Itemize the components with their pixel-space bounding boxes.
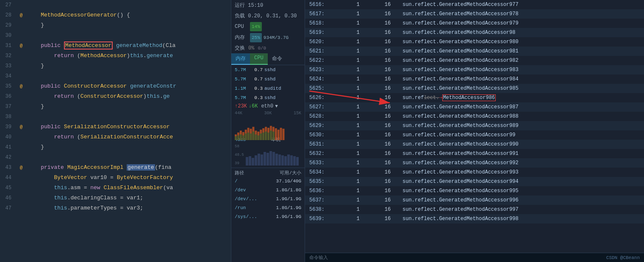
svg-rect-48 xyxy=(281,155,284,165)
code-line-32: 32 return (MethodAccessor)this.generate xyxy=(0,51,231,61)
code-line-30: 30 xyxy=(0,30,231,41)
disk-avail-header: 可用/大小 xyxy=(256,170,301,176)
svg-rect-18 xyxy=(280,128,282,140)
net-interface: eth0 xyxy=(261,103,273,109)
disk-separator xyxy=(231,168,305,168)
thread-row-5617: 5617: 1 16 sun.reflect.GeneratedMethodAc… xyxy=(305,9,644,19)
code-editor: 27 28 @ MethodAccessorGenerator() { 29 }… xyxy=(0,0,231,262)
thread-row-5633: 5633: 1 16 sun.reflect.GeneratedMethodAc… xyxy=(305,158,644,168)
svg-rect-23 xyxy=(242,135,244,140)
svg-rect-26 xyxy=(250,133,252,140)
cmd-input-label[interactable]: 命令输入 xyxy=(309,254,328,261)
thread-row-5630: 5630: 1 16 sun.reflect.GeneratedMethodAc… xyxy=(305,130,644,140)
process-row-1: 5.7M 0.7 sshd xyxy=(231,65,305,74)
swap-percent: 0% xyxy=(248,44,254,52)
latency-chart: 5848.539 xyxy=(231,143,305,167)
process-row-2: 5.7M 0.7 sshd xyxy=(231,74,305,84)
mem-value: 934M/3.7G xyxy=(264,33,289,42)
swap-row: 交换 0% 0/0 xyxy=(231,43,305,53)
cpu-row: CPU 14% xyxy=(231,21,305,32)
svg-rect-37 xyxy=(249,156,251,165)
system-monitor: 运行 15:10 负载 0.20, 0.31, 0.30 CPU 14% 内存 … xyxy=(231,0,305,262)
tab-cmd[interactable]: 命令 xyxy=(268,53,286,65)
thread-row-5627: 5627: 1 16 sun.reflect.GeneratedMethodAc… xyxy=(305,102,644,112)
code-line-31: 31 @ public MethodAccessor generateMetho… xyxy=(0,41,231,51)
disk-path-header: 路径 xyxy=(235,170,256,176)
svg-rect-22 xyxy=(240,135,242,140)
svg-rect-53 xyxy=(296,157,299,165)
code-line-37: 37 } xyxy=(0,102,231,112)
code-line-29: 29 } xyxy=(0,20,231,30)
code-line-28: 28 @ MethodAccessorGenerator() { xyxy=(0,10,231,20)
tab-cpu[interactable]: CPU xyxy=(250,53,268,65)
code-line-45: 45 this.asm = new ClassFileAssembler(va xyxy=(0,183,231,193)
thread-row-5635: 5635: 1 16 sun.reflect.GeneratedMethodAc… xyxy=(305,177,644,186)
thread-row-5637: 5637: 1 16 sun.reflect.GeneratedMethodAc… xyxy=(305,196,644,205)
thread-row-5631: 5631: 1 16 sun.reflect.GeneratedMethodAc… xyxy=(305,140,644,149)
author-label: CSDN @CBeann xyxy=(606,255,640,260)
svg-rect-28 xyxy=(255,135,257,140)
svg-rect-19 xyxy=(283,129,285,140)
disk-row-root: / 37.1G/40G xyxy=(231,177,305,186)
code-line-27: 27 xyxy=(0,0,231,10)
svg-rect-50 xyxy=(287,154,290,165)
svg-rect-38 xyxy=(252,158,254,165)
svg-rect-45 xyxy=(272,152,275,165)
svg-rect-16 xyxy=(275,128,277,140)
svg-rect-27 xyxy=(252,132,254,140)
thread-row-5634: 5634: 1 16 sun.reflect.GeneratedMethodAc… xyxy=(305,168,644,177)
svg-rect-41 xyxy=(261,154,263,165)
thread-row-5616: 5616: 1 16 sun.reflect.GeneratedMethodAc… xyxy=(305,0,644,9)
svg-rect-44 xyxy=(269,151,272,165)
code-line-34: 34 xyxy=(0,71,231,81)
svg-rect-39 xyxy=(255,155,257,165)
svg-rect-21 xyxy=(237,135,239,140)
code-line-47: 47 this.parameterTypes = var3; xyxy=(0,203,231,213)
network-chart: 44K30K15K xyxy=(231,110,305,135)
thread-panel: 5616: 1 16 sun.reflect.GeneratedMethodAc… xyxy=(305,0,644,262)
tab-mem[interactable]: 内存 xyxy=(231,53,250,65)
thread-row-5628: 5628: 1 16 sun.reflect.GeneratedMethodAc… xyxy=(305,112,644,121)
thread-row-5620: 5620: 1 16 sun.reflect.GeneratedMethodAc… xyxy=(305,37,644,47)
svg-rect-35 xyxy=(272,132,275,140)
code-line-46: 46 this.declaringClass = var1; xyxy=(0,193,231,203)
svg-rect-29 xyxy=(257,135,259,140)
thread-row-5639: 5639: 1 16 sun.reflect.GeneratedMethodAc… xyxy=(305,214,644,223)
process-row-4: 5.7M 0.3 sshd xyxy=(231,93,305,102)
monitor-tabs: 内存 CPU 命令 xyxy=(231,53,305,65)
code-line-36: 36 return (ConstructorAccessor)this.ge xyxy=(0,91,231,102)
code-line-39: 39 @ public SerializationConstructorAcce… xyxy=(0,122,231,132)
code-line-40: 40 return (SerializationConstructorAcce xyxy=(0,132,231,142)
thread-row-5626: 5626: 1 16 sun.reflect.→MethodAccessor98… xyxy=(305,93,644,102)
thread-row-5618: 5618: 1 16 sun.reflect.GeneratedMethodAc… xyxy=(305,19,644,28)
code-line-41: 41 } xyxy=(0,142,231,152)
disk-header: 路径 可用/大小 xyxy=(231,169,305,177)
disk-row-sys: /sys/... 1.9G/1.9G xyxy=(231,212,305,221)
disk-row-dev2: /dev/... 1.9G/1.9G xyxy=(231,195,305,204)
svg-rect-47 xyxy=(278,154,281,165)
disk-row-dev: /dev 1.8G/1.8G xyxy=(231,186,305,195)
thread-row-5621: 5621: 1 16 sun.reflect.GeneratedMethodAc… xyxy=(305,47,644,56)
thread-row-5625: 5625: 1 16 sun.reflect.GeneratedMethodAc… xyxy=(305,84,644,93)
thread-row-5622: 5622: 1 16 sun.reflect.GeneratedMethodAc… xyxy=(305,56,644,65)
svg-rect-33 xyxy=(267,132,269,140)
thread-row-5636: 5636: 1 16 sun.reflect.GeneratedMethodAc… xyxy=(305,186,644,196)
svg-rect-52 xyxy=(293,156,296,165)
code-line-42: 42 xyxy=(0,152,231,163)
thread-row-5619: 5619: 1 16 sun.reflect.GeneratedMethodAc… xyxy=(305,28,644,37)
cpu-percent: 14% xyxy=(250,22,262,31)
bottom-bar: 命令输入 CSDN @CBeann xyxy=(305,253,644,262)
thread-row-5629: 5629: 1 16 sun.reflect.GeneratedMethodAc… xyxy=(305,121,644,130)
svg-rect-43 xyxy=(266,153,269,165)
svg-rect-20 xyxy=(235,136,237,140)
mem-percent: 25% xyxy=(250,33,262,42)
svg-rect-25 xyxy=(247,132,250,140)
swap-label: 交换 xyxy=(235,44,248,52)
svg-rect-49 xyxy=(284,156,287,165)
swap-value: 0/0 xyxy=(258,44,266,52)
svg-rect-24 xyxy=(245,133,247,140)
thread-row-5632: 5632: 1 16 sun.reflect.GeneratedMethodAc… xyxy=(305,149,644,158)
svg-rect-40 xyxy=(258,154,260,165)
thread-row-5624: 5624: 1 16 sun.reflect.GeneratedMethodAc… xyxy=(305,74,644,84)
svg-rect-46 xyxy=(275,154,278,165)
